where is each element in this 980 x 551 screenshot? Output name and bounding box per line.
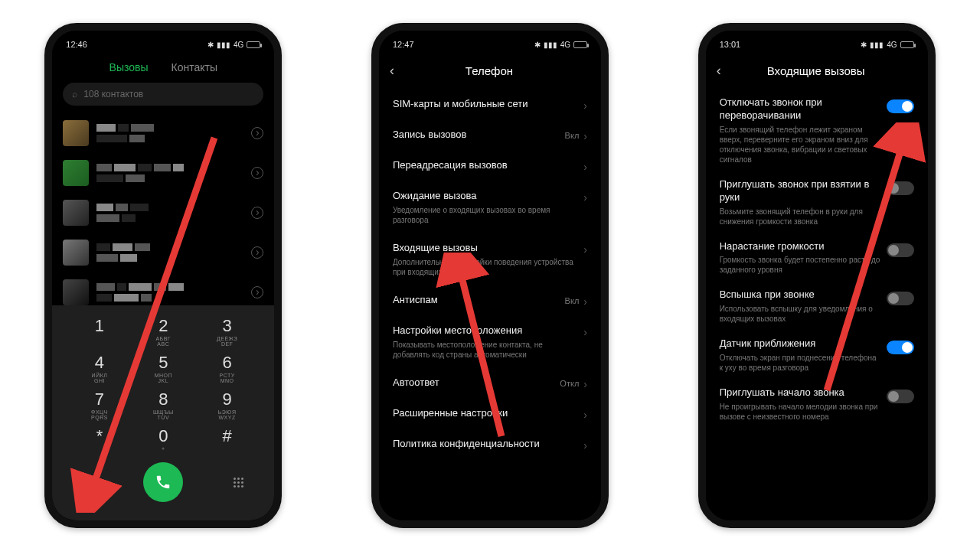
settings-item[interactable]: SIM-карты и мобильные сети› bbox=[379, 90, 601, 120]
page-title: Телефон bbox=[388, 64, 590, 77]
list-item[interactable] bbox=[52, 233, 274, 272]
dialkey-*[interactable]: * bbox=[73, 426, 126, 452]
signal-icon: ▮▮▮ bbox=[217, 41, 230, 49]
settings-toggle-item[interactable]: Приглушать начало звонкаНе проигрывать н… bbox=[706, 380, 928, 429]
settings-item[interactable]: Входящие вызовыДополнительные настройки … bbox=[379, 233, 601, 285]
settings-toggle-item[interactable]: Вспышка при звонкеИспользовать вспышку д… bbox=[706, 282, 928, 331]
chevron-right-icon: › bbox=[583, 191, 587, 204]
toggle-switch[interactable] bbox=[887, 292, 914, 305]
status-bar: 12:47 ✱ ▮▮▮ 4G bbox=[379, 35, 601, 54]
settings-item[interactable]: АвтоответОткл› bbox=[379, 368, 601, 399]
settings-item[interactable]: АнтиспамВкл› bbox=[379, 285, 601, 316]
network-label: 4G bbox=[887, 41, 897, 49]
chevron-right-icon: › bbox=[583, 326, 587, 338]
status-icons: ✱ ▮▮▮ 4G bbox=[861, 41, 913, 49]
battery-icon bbox=[573, 41, 587, 48]
dialkey-7[interactable]: 7ФХЦЧPQRS bbox=[73, 390, 126, 420]
phone-mockup-3: 13:01 ✱ ▮▮▮ 4G ‹ Входящие вызовы Отключа… bbox=[698, 23, 936, 528]
dialkey-1[interactable]: 1 bbox=[73, 316, 126, 347]
tab-contacts[interactable]: Контакты bbox=[172, 61, 217, 73]
list-item[interactable] bbox=[52, 272, 274, 305]
chevron-right-icon bbox=[251, 127, 263, 139]
grid-icon bbox=[234, 478, 243, 487]
settings-item[interactable]: Запись вызововВкл› bbox=[379, 120, 601, 151]
bluetooth-icon: ✱ bbox=[534, 41, 541, 49]
chevron-right-icon: › bbox=[583, 439, 587, 452]
chevron-right-icon bbox=[251, 246, 263, 259]
bluetooth-icon: ✱ bbox=[861, 41, 867, 49]
phone-mockup-2: 12:47 ✱ ▮▮▮ 4G ‹ Телефон SIM-карты и моб… bbox=[371, 23, 609, 528]
chevron-right-icon: › bbox=[583, 243, 587, 256]
settings-toggle-item[interactable]: Приглушать звонок при взятии в рукиВозьм… bbox=[706, 171, 928, 233]
menu-button[interactable] bbox=[73, 478, 103, 487]
clock: 12:47 bbox=[393, 40, 414, 49]
status-icons: ✱ ▮▮▮ 4G bbox=[534, 41, 587, 49]
chevron-right-icon bbox=[251, 286, 263, 298]
search-icon: ⌕ bbox=[72, 89, 77, 99]
toggle-switch[interactable] bbox=[887, 243, 914, 257]
chevron-right-icon bbox=[251, 207, 263, 219]
status-bar: 12:46 ✱ ▮▮▮ 4G bbox=[52, 35, 274, 54]
toggle-switch[interactable] bbox=[887, 390, 914, 403]
status-bar: 13:01 ✱ ▮▮▮ 4G bbox=[706, 35, 928, 54]
bluetooth-icon: ✱ bbox=[207, 41, 214, 49]
dialkey-0[interactable]: 0+ bbox=[136, 426, 190, 452]
clock: 13:01 bbox=[720, 40, 741, 49]
settings-toggle-item[interactable]: Нарастание громкостиГромкость звонка буд… bbox=[706, 233, 928, 282]
dialkey-#[interactable]: # bbox=[201, 426, 254, 452]
hamburger-icon bbox=[82, 478, 94, 487]
search-placeholder: 108 контактов bbox=[83, 89, 143, 99]
page-title: Входящие вызовы bbox=[715, 64, 917, 77]
search-input[interactable]: ⌕ 108 контактов bbox=[63, 83, 263, 106]
dialkey-3[interactable]: 3ДЕЁЖЗDEF bbox=[201, 316, 254, 347]
settings-item[interactable]: Политика конфиденциальности› bbox=[379, 429, 601, 460]
settings-item[interactable]: Настройки местоположенияПоказывать место… bbox=[379, 316, 601, 368]
settings-item[interactable]: Ожидание вызоваУведомление о входящих вы… bbox=[379, 181, 601, 233]
dialkey-8[interactable]: 8ШЩЪЫTUV bbox=[136, 390, 190, 420]
list-item[interactable] bbox=[52, 193, 274, 233]
chevron-right-icon: › bbox=[583, 161, 587, 173]
settings-header: ‹ Входящие вызовы bbox=[706, 54, 928, 90]
dialkey-4[interactable]: 4ИЙКЛGHI bbox=[73, 353, 126, 383]
dialkey-2[interactable]: 2АБВГABC bbox=[136, 316, 190, 347]
toggle-switch[interactable] bbox=[887, 341, 914, 354]
signal-icon: ▮▮▮ bbox=[870, 41, 884, 49]
chevron-right-icon: › bbox=[583, 130, 587, 142]
toggle-switch[interactable] bbox=[887, 99, 914, 113]
tab-calls[interactable]: Вызовы bbox=[109, 61, 149, 73]
network-label: 4G bbox=[234, 41, 243, 49]
dialpad: 12АБВГABC3ДЕЁЖЗDEF4ИЙКЛGHI5МНОПJKL6РСТУM… bbox=[52, 305, 274, 520]
settings-list: Отключать звонок при переворачиванииЕсли… bbox=[706, 90, 928, 520]
phone-icon bbox=[155, 474, 172, 491]
battery-icon bbox=[247, 41, 260, 48]
dialkey-6[interactable]: 6РСТУMNO bbox=[201, 353, 254, 383]
chevron-right-icon: › bbox=[583, 295, 587, 308]
settings-toggle-item[interactable]: Датчик приближенияОтключать экран при по… bbox=[706, 331, 928, 380]
chevron-right-icon: › bbox=[583, 378, 587, 390]
dialkey-5[interactable]: 5МНОПJKL bbox=[136, 353, 190, 383]
clock: 12:46 bbox=[66, 40, 87, 49]
chevron-right-icon: › bbox=[583, 99, 587, 112]
chevron-right-icon bbox=[251, 167, 263, 179]
call-log bbox=[52, 113, 274, 305]
battery-icon bbox=[900, 41, 914, 48]
signal-icon: ▮▮▮ bbox=[544, 41, 557, 49]
tabs: Вызовы Контакты bbox=[52, 54, 274, 83]
call-button[interactable] bbox=[143, 462, 183, 502]
network-label: 4G bbox=[560, 41, 570, 49]
status-icons: ✱ ▮▮▮ 4G bbox=[207, 41, 260, 49]
dialkey-9[interactable]: 9ЬЭЮЯWXYZ bbox=[201, 390, 254, 420]
settings-item[interactable]: Расширенные настройки› bbox=[379, 399, 601, 429]
settings-item[interactable]: Переадресация вызовов› bbox=[379, 151, 601, 181]
settings-list: SIM-карты и мобильные сети›Запись вызово… bbox=[379, 90, 601, 520]
chevron-right-icon: › bbox=[583, 409, 587, 421]
list-item[interactable] bbox=[52, 113, 274, 153]
settings-toggle-item[interactable]: Отключать звонок при переворачиванииЕсли… bbox=[706, 90, 928, 171]
phone-mockup-1: 12:46 ✱ ▮▮▮ 4G Вызовы Контакты ⌕ 108 кон… bbox=[44, 23, 282, 528]
toggle-switch[interactable] bbox=[887, 181, 914, 195]
keypad-toggle-button[interactable] bbox=[224, 478, 254, 487]
list-item[interactable] bbox=[52, 153, 274, 193]
settings-header: ‹ Телефон bbox=[379, 54, 601, 90]
